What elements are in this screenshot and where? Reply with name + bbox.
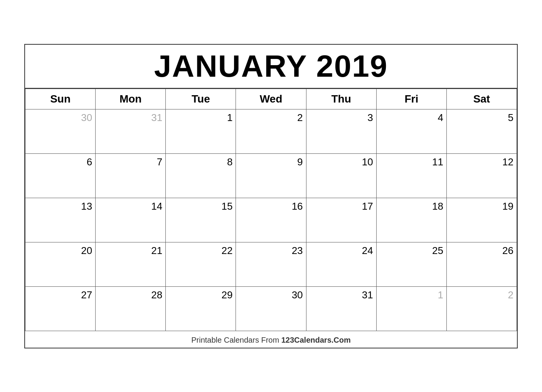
- calendar-week-5: 272829303112: [25, 286, 517, 331]
- calendar-grid: SunMonTueWedThuFriSat 303112345678910111…: [25, 89, 517, 331]
- calendar-day: 5: [446, 109, 517, 153]
- calendar-container: JANUARY 2019 SunMonTueWedThuFriSat 30311…: [24, 44, 518, 348]
- calendar-week-1: 303112345: [25, 109, 517, 153]
- calendar-week-3: 13141516171819: [25, 198, 517, 242]
- day-header-fri: Fri: [376, 89, 446, 109]
- calendar-day: 30: [236, 286, 306, 331]
- calendar-day: 31: [96, 109, 166, 153]
- calendar-week-4: 20212223242526: [25, 242, 517, 286]
- calendar-title: JANUARY 2019: [25, 45, 517, 89]
- calendar-week-2: 6789101112: [25, 153, 517, 198]
- calendar-day: 10: [306, 153, 376, 198]
- calendar-day: 1: [376, 286, 446, 331]
- day-header-sun: Sun: [25, 89, 96, 109]
- calendar-day: 23: [236, 242, 306, 286]
- calendar-day: 2: [236, 109, 306, 153]
- footer-brand: 123Calendars.Com: [281, 336, 351, 344]
- calendar-day: 22: [166, 242, 236, 286]
- days-header-row: SunMonTueWedThuFriSat: [25, 89, 517, 109]
- calendar-day: 26: [446, 242, 517, 286]
- calendar-day: 13: [25, 198, 96, 242]
- calendar-day: 12: [446, 153, 517, 198]
- calendar-day: 25: [376, 242, 446, 286]
- calendar-day: 27: [25, 286, 96, 331]
- calendar-day: 30: [25, 109, 96, 153]
- day-header-wed: Wed: [236, 89, 306, 109]
- calendar-day: 14: [96, 198, 166, 242]
- calendar-day: 17: [306, 198, 376, 242]
- day-header-mon: Mon: [96, 89, 166, 109]
- calendar-day: 2: [446, 286, 517, 331]
- calendar-day: 9: [236, 153, 306, 198]
- calendar-day: 21: [96, 242, 166, 286]
- calendar-day: 29: [166, 286, 236, 331]
- calendar-day: 24: [306, 242, 376, 286]
- calendar-day: 28: [96, 286, 166, 331]
- calendar-day: 18: [376, 198, 446, 242]
- day-header-tue: Tue: [166, 89, 236, 109]
- calendar-day: 31: [306, 286, 376, 331]
- calendar-day: 20: [25, 242, 96, 286]
- calendar-day: 3: [306, 109, 376, 153]
- calendar-day: 7: [96, 153, 166, 198]
- calendar-day: 8: [166, 153, 236, 198]
- day-header-sat: Sat: [446, 89, 517, 109]
- calendar-day: 15: [166, 198, 236, 242]
- calendar-day: 16: [236, 198, 306, 242]
- day-header-thu: Thu: [306, 89, 376, 109]
- calendar-day: 6: [25, 153, 96, 198]
- calendar-day: 11: [376, 153, 446, 198]
- calendar-footer: Printable Calendars From 123Calendars.Co…: [25, 331, 517, 348]
- calendar-day: 19: [446, 198, 517, 242]
- calendar-day: 1: [166, 109, 236, 153]
- calendar-day: 4: [376, 109, 446, 153]
